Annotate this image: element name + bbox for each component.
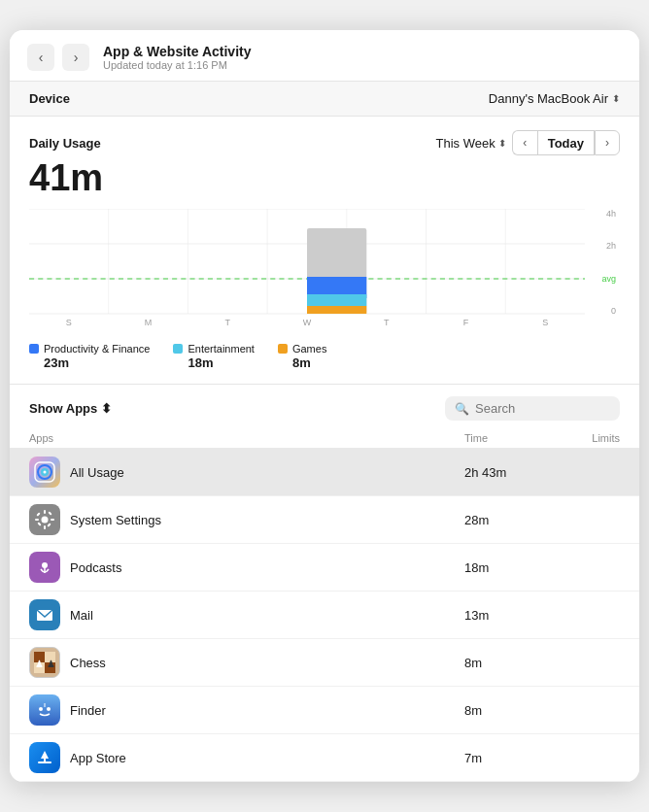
x-label-w: W — [267, 318, 347, 335]
device-name: Danny's MacBook Air — [489, 91, 608, 106]
period-prev-button[interactable]: ‹ — [512, 130, 537, 155]
search-input[interactable] — [475, 401, 610, 416]
main-window: ‹ › App & Website Activity Updated today… — [10, 30, 639, 782]
device-bar: Device Danny's MacBook Air ⬍ — [10, 82, 639, 117]
show-apps-label: Show Apps — [29, 401, 97, 416]
period-navigation: ‹ Today › — [512, 130, 620, 155]
apps-section: Show Apps ⬍ 🔍 Apps Time Limits — [10, 385, 639, 782]
show-apps-chevron-icon: ⬍ — [101, 401, 112, 416]
show-apps-button[interactable]: Show Apps ⬍ — [29, 401, 112, 416]
today-button[interactable]: Today — [537, 130, 595, 155]
search-icon: 🔍 — [455, 402, 469, 416]
app-icon-podcasts — [29, 552, 60, 583]
svg-point-40 — [39, 707, 43, 711]
app-icon-app-store — [29, 742, 60, 773]
chart-svg — [29, 209, 585, 316]
svg-text:♟: ♟ — [35, 659, 44, 669]
chart-container: 4h 2h avg 0 S M T W T F S — [29, 209, 620, 335]
legend-time-productivity: 23m — [44, 355, 150, 370]
app-name: All Usage — [70, 465, 124, 480]
x-label-m: M — [109, 318, 188, 335]
x-label-s1: S — [29, 318, 109, 335]
search-box[interactable]: 🔍 — [445, 396, 620, 421]
app-time: 18m — [464, 560, 552, 575]
apps-toolbar: Show Apps ⬍ 🔍 — [10, 385, 639, 428]
usage-title: Daily Usage — [29, 136, 101, 151]
chart-y-labels: 4h 2h avg 0 — [585, 209, 620, 316]
y-label-2h: 2h — [589, 241, 616, 251]
y-label-0: 0 — [589, 306, 616, 316]
app-info: All Usage — [29, 457, 464, 488]
app-name: App Store — [70, 751, 126, 765]
app-info: ♟ ♟ Chess — [29, 647, 464, 678]
period-controls: This Week ⬍ ‹ Today › — [436, 130, 621, 155]
device-chevron-icon: ⬍ — [612, 93, 620, 104]
legend-dot-productivity — [29, 344, 39, 354]
svg-point-20 — [42, 517, 49, 524]
legend-dot-entertainment — [173, 344, 183, 354]
device-label: Device — [29, 91, 70, 106]
window-title: App & Website Activity — [103, 44, 251, 59]
x-label-t2: T — [347, 318, 427, 335]
app-info: System Settings — [29, 504, 464, 535]
apps-table-header: Apps Time Limits — [10, 428, 639, 449]
app-icon-system-settings — [29, 504, 60, 535]
chart-legend: Productivity & Finance 23m Entertainment… — [29, 343, 620, 370]
period-chevron-icon: ⬍ — [498, 138, 506, 149]
period-selector[interactable]: This Week ⬍ — [436, 136, 506, 151]
col-header-limits: Limits — [552, 432, 620, 444]
app-info: Podcasts — [29, 552, 464, 583]
app-icon-all-usage — [29, 457, 60, 488]
legend-label-productivity: Productivity & Finance — [44, 343, 150, 355]
x-label-s2: S — [505, 318, 585, 335]
table-row[interactable]: Finder 8m — [10, 687, 639, 734]
y-label-4h: 4h — [589, 209, 616, 219]
svg-rect-23 — [35, 519, 39, 521]
app-icon-mail — [29, 599, 60, 630]
app-info: Mail — [29, 599, 464, 630]
svg-point-18 — [44, 471, 47, 474]
legend-label-games: Games — [292, 343, 326, 355]
legend-item-productivity: Productivity & Finance 23m — [29, 343, 150, 370]
app-time: 8m — [464, 656, 552, 670]
device-selector[interactable]: Danny's MacBook Air ⬍ — [489, 91, 620, 106]
app-name: Chess — [70, 656, 106, 670]
x-label-t1: T — [188, 318, 267, 335]
app-icon-finder — [29, 694, 60, 726]
app-name: Mail — [70, 608, 93, 623]
table-row[interactable]: ♟ ♟ Chess 8m — [10, 639, 639, 687]
usage-value: 41m — [29, 157, 620, 199]
app-time: 7m — [464, 751, 552, 765]
title-block: App & Website Activity Updated today at … — [103, 44, 251, 71]
app-name: System Settings — [70, 513, 161, 527]
svg-rect-21 — [44, 510, 46, 514]
table-row[interactable]: App Store 7m — [10, 734, 639, 782]
legend-label-entertainment: Entertainment — [188, 343, 254, 355]
usage-section: Daily Usage This Week ⬍ ‹ Today › 41m — [10, 117, 639, 385]
forward-button[interactable]: › — [62, 44, 89, 71]
table-row[interactable]: All Usage 2h 43m — [10, 449, 639, 496]
svg-text:♟: ♟ — [47, 659, 55, 669]
legend-dot-games — [278, 344, 288, 354]
svg-rect-24 — [51, 519, 54, 521]
usage-header: Daily Usage This Week ⬍ ‹ Today › — [29, 130, 620, 155]
app-time: 13m — [464, 608, 552, 623]
svg-point-41 — [47, 707, 51, 711]
app-time: 2h 43m — [464, 465, 552, 480]
legend-item-games: Games 8m — [278, 343, 326, 370]
table-row[interactable]: Mail 13m — [10, 592, 639, 639]
app-name: Podcasts — [70, 560, 121, 575]
svg-rect-13 — [307, 294, 366, 306]
legend-item-entertainment: Entertainment 18m — [173, 343, 254, 370]
table-row[interactable]: System Settings 28m — [10, 496, 639, 544]
back-button[interactable]: ‹ — [27, 44, 54, 71]
table-row[interactable]: Podcasts 18m — [10, 544, 639, 592]
period-next-button[interactable]: › — [595, 130, 620, 155]
chart-x-labels: S M T W T F S — [29, 316, 585, 335]
app-time: 28m — [464, 513, 552, 527]
legend-time-entertainment: 18m — [188, 355, 254, 370]
window-subtitle: Updated today at 1:16 PM — [103, 59, 251, 71]
x-label-f: F — [427, 318, 506, 335]
app-icon-chess: ♟ ♟ — [29, 647, 60, 678]
app-time: 8m — [464, 703, 552, 718]
